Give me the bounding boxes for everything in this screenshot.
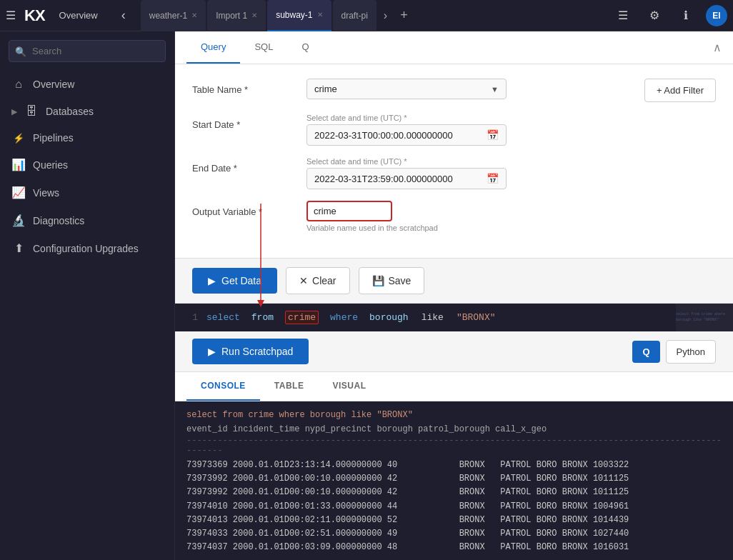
sql-table-name: crime — [285, 311, 319, 324]
tab-label: subway-1 — [276, 10, 312, 20]
bottom-tab-bar: CONSOLE TABLE VISUAL — [175, 372, 733, 401]
start-date-value: 2022-03-31T00:00:00.000000000 — [314, 130, 453, 141]
calendar-icon-start[interactable]: 📅 — [487, 129, 499, 141]
tab-add-icon[interactable]: + — [394, 8, 414, 23]
views-icon: 📈 — [11, 186, 26, 199]
tab-import-1[interactable]: Import 1 ✕ — [207, 0, 266, 31]
sidebar-item-config[interactable]: ⬆ Configuration Upgrades — [0, 234, 174, 262]
databases-icon: 🗄 — [24, 105, 39, 118]
save-button[interactable]: 💾 Save — [359, 267, 425, 294]
end-date-value: 2022-03-31T23:59:00.000000000 — [314, 174, 453, 184]
console-header: event_id incident_time nypd_precinct bor… — [186, 424, 722, 434]
tab-close-weather[interactable]: ✕ — [191, 11, 197, 19]
end-date-helper: Select date and time (UTC) * — [306, 157, 716, 166]
run-bar: ▶ Run Scratchpad Q Python — [175, 331, 733, 372]
add-filter-container: + Add Filter — [627, 79, 716, 102]
sql-editor[interactable]: 1 select from crime where borough like "… — [175, 304, 733, 331]
sidebar-item-diagnostics[interactable]: 🔬 Diagnostics — [0, 206, 174, 234]
run-scratchpad-button[interactable]: ▶ Run Scratchpad — [192, 339, 309, 364]
hamburger-icon[interactable]: ☰ — [6, 9, 16, 22]
output-var-control: Variable name used in the scratchpad — [306, 201, 716, 232]
pipelines-icon: ⚡ — [11, 133, 26, 144]
sidebar-item-pipelines[interactable]: ⚡ Pipelines — [0, 125, 174, 151]
run-right: Q Python — [632, 340, 716, 364]
end-date-label: End Date * — [192, 157, 306, 174]
console-output[interactable]: select from crime where borough like "BR… — [175, 401, 733, 560]
bottom-tab-table[interactable]: TABLE — [260, 372, 319, 401]
tab-weather-1[interactable]: weather-1 ✕ — [141, 0, 206, 31]
sql-keyword-select: select — [206, 312, 240, 323]
end-date-control: Select date and time (UTC) * 2022-03-31T… — [306, 157, 716, 189]
diagnostics-icon: 🔬 — [11, 214, 26, 227]
tab-close-import[interactable]: ✕ — [251, 11, 257, 19]
sidebar-item-views[interactable]: 📈 Views — [0, 179, 174, 206]
python-button[interactable]: Python — [666, 340, 716, 364]
bottom-tab-console[interactable]: CONSOLE — [186, 372, 260, 401]
table-name-control: crime ▼ — [306, 79, 610, 99]
start-date-input[interactable]: 2022-03-31T00:00:00.000000000 📅 — [306, 124, 507, 146]
console-row-4: 73974013 2000.01.01D00:02:11.000000000 5… — [186, 514, 722, 527]
collapse-icon[interactable]: ∧ — [713, 41, 722, 54]
tab-query[interactable]: Query — [186, 31, 240, 64]
query-form: Table Name * crime ▼ + Add Filter Start … — [175, 64, 733, 259]
sidebar-label-databases: Databases — [46, 106, 94, 117]
sql-line-1: 1 select from crime where borough like "… — [186, 311, 722, 324]
sql-minimap: select from crime where borough like "BR… — [676, 304, 733, 331]
console-row-1: 73973992 2000.01.01D00:00:10.000000000 4… — [186, 472, 722, 486]
tab-subway-1[interactable]: subway-1 ✕ — [267, 0, 331, 31]
sidebar-item-databases[interactable]: ▶ 🗄 Databases — [0, 98, 174, 125]
clear-x-icon: ✕ — [299, 275, 308, 286]
sidebar-label-queries: Queries — [33, 159, 68, 171]
clear-button[interactable]: ✕ Clear — [286, 267, 349, 294]
tab-label: weather-1 — [149, 11, 187, 21]
tab-close-subway[interactable]: ✕ — [317, 11, 323, 19]
sql-like-keyword: like — [422, 312, 444, 323]
sidebar-item-queries[interactable]: 📊 Queries — [0, 151, 174, 179]
table-name-label: Table Name * — [192, 79, 306, 95]
form-row-output-var: Output Variable * Variable name used in … — [192, 201, 716, 232]
search-input[interactable] — [9, 40, 166, 62]
console-row-3: 73974010 2000.01.01D00:01:33.000000000 4… — [186, 500, 722, 514]
output-var-label: Output Variable * — [192, 201, 306, 217]
start-date-label: Start Date * — [192, 114, 306, 130]
add-filter-button[interactable]: + Add Filter — [644, 79, 716, 102]
overview-icon: ⌂ — [11, 78, 26, 91]
settings-icon[interactable]: ⚙ — [643, 4, 666, 27]
q-button[interactable]: Q — [632, 341, 659, 363]
tab-draft-pi[interactable]: draft-pi — [333, 0, 377, 31]
calendar-icon-end[interactable]: 📅 — [487, 173, 499, 184]
console-divider: ----------------------------------------… — [186, 436, 722, 456]
nav-overview[interactable]: Overview — [54, 7, 104, 24]
logo: KX — [24, 6, 45, 25]
output-var-input[interactable] — [306, 201, 392, 221]
sidebar-label-views: Views — [33, 187, 59, 199]
save-icon: 💾 — [372, 275, 384, 286]
sidebar-item-overview[interactable]: ⌂ Overview — [0, 71, 174, 98]
sidebar-label-overview: Overview — [33, 79, 74, 90]
form-row-end-date: End Date * Select date and time (UTC) * … — [192, 157, 716, 189]
sidebar-label-config: Configuration Upgrades — [33, 243, 139, 254]
tab-more-icon[interactable]: › — [378, 9, 393, 22]
tab-bar: weather-1 ✕ Import 1 ✕ subway-1 ✕ draft-… — [141, 0, 612, 31]
main-layout: 🔍 ⌂ Overview ▶ 🗄 Databases ⚡ Pipelines 📊… — [0, 31, 733, 560]
tab-sql[interactable]: SQL — [240, 31, 287, 64]
sql-from-keyword: from — [251, 312, 274, 323]
end-date-input[interactable]: 2022-03-31T23:59:00.000000000 📅 — [306, 168, 507, 189]
tab-q[interactable]: Q — [287, 31, 323, 64]
queries-icon: 📊 — [11, 158, 26, 171]
info-icon[interactable]: ℹ — [674, 4, 697, 27]
avatar[interactable]: El — [706, 5, 727, 26]
docs-icon[interactable]: ☰ — [612, 4, 634, 27]
topbar-right: ☰ ⚙ ℹ El — [612, 4, 727, 27]
back-icon[interactable]: ‹ — [112, 4, 135, 27]
sidebar: 🔍 ⌂ Overview ▶ 🗄 Databases ⚡ Pipelines 📊… — [0, 31, 175, 560]
table-name-select[interactable]: crime ▼ — [306, 79, 507, 99]
console-row-5: 73974033 2000.01.01D00:02:51.000000000 4… — [186, 527, 722, 541]
bottom-tab-visual[interactable]: VISUAL — [318, 372, 380, 401]
topbar: ☰ KX Overview ‹ weather-1 ✕ Import 1 ✕ s… — [0, 0, 733, 31]
query-tab-bar: Query SQL Q ∧ — [175, 31, 733, 64]
form-row-table: Table Name * crime ▼ + Add Filter — [192, 79, 716, 102]
get-data-button[interactable]: ▶ Get Data — [192, 268, 277, 294]
config-icon: ⬆ — [11, 241, 26, 255]
run-play-icon: ▶ — [208, 346, 216, 357]
